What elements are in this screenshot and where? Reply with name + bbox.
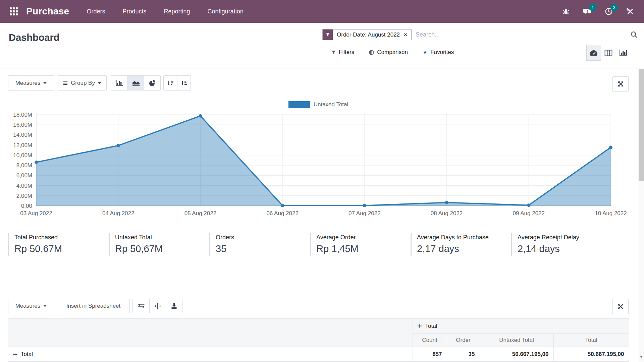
kpi-label: Total Purchased bbox=[14, 234, 105, 241]
kpi-label: Average Order bbox=[316, 234, 407, 241]
minus-icon[interactable] bbox=[13, 352, 17, 357]
comparison-menu[interactable]: Comparison bbox=[369, 49, 408, 56]
debug-bug-icon[interactable] bbox=[561, 7, 570, 16]
pivot-value-count: 857 bbox=[413, 347, 447, 362]
messages-icon[interactable]: 1 bbox=[583, 7, 592, 16]
comparison-menu-label: Comparison bbox=[377, 49, 408, 56]
facet-remove-icon[interactable]: × bbox=[402, 29, 411, 40]
caret-down-icon bbox=[43, 82, 47, 84]
pivot-value-total: 50.667.195,00 bbox=[553, 347, 629, 362]
search-menus: Filters Comparison ★ Favorites bbox=[331, 49, 454, 56]
pivot-column-group-total[interactable]: Total bbox=[413, 319, 629, 334]
pivot-row-total[interactable]: Total bbox=[8, 347, 413, 362]
svg-text:8,00M: 8,00M bbox=[16, 162, 32, 169]
nav-item-configuration[interactable]: Configuration bbox=[208, 8, 244, 15]
search-icon[interactable] bbox=[631, 31, 638, 38]
legend-label: Untaxed Total bbox=[314, 101, 348, 108]
pivot-col-order[interactable]: Order bbox=[447, 334, 480, 347]
messages-badge: 1 bbox=[589, 4, 596, 11]
kpi-value: 2,17 days bbox=[417, 243, 508, 254]
tools-icon[interactable] bbox=[626, 7, 635, 16]
svg-text:4,00M: 4,00M bbox=[16, 183, 32, 189]
graph-group-by-button[interactable]: Group By bbox=[58, 75, 107, 90]
filters-menu-label: Filters bbox=[339, 49, 354, 56]
kpi-label: Average Days to Purchase bbox=[417, 234, 508, 241]
app-name[interactable]: Purchase bbox=[26, 6, 69, 17]
view-dashboard-gauge-icon[interactable] bbox=[586, 45, 601, 61]
activities-clock-icon[interactable]: 3 bbox=[604, 7, 613, 16]
flip-axis-icon[interactable] bbox=[133, 299, 149, 313]
svg-text:18,00M: 18,00M bbox=[13, 112, 32, 118]
scrollbar-down-arrow-icon[interactable] bbox=[640, 356, 643, 358]
caret-down-icon bbox=[43, 305, 47, 307]
kpi-label: Orders bbox=[216, 234, 307, 241]
favorites-menu-label: Favorites bbox=[430, 49, 454, 56]
filters-funnel-icon bbox=[331, 50, 336, 55]
sort-desc-icon[interactable] bbox=[164, 76, 177, 90]
svg-text:06 Aug 2022: 06 Aug 2022 bbox=[266, 210, 298, 217]
pivot-col-total[interactable]: Total bbox=[553, 334, 629, 347]
sort-group bbox=[163, 75, 191, 90]
graph-fullscreen-button[interactable] bbox=[612, 76, 629, 92]
sort-asc-icon[interactable] bbox=[177, 76, 191, 90]
chart-type-bar-icon[interactable] bbox=[111, 76, 127, 90]
chart-legend: Untaxed Total bbox=[8, 101, 629, 108]
kpi-value: Rp 50,67M bbox=[14, 243, 105, 254]
svg-text:6,00M: 6,00M bbox=[16, 172, 32, 179]
purchase-area-chart: 0,002,00M4,00M6,00M8,00M10,00M12,00M14,0… bbox=[8, 112, 629, 219]
plus-icon[interactable] bbox=[418, 324, 422, 328]
insert-in-spreadsheet-button[interactable]: Insert in Spreadsheet bbox=[57, 299, 130, 313]
search-input[interactable] bbox=[412, 31, 631, 38]
kpi-label: Untaxed Total bbox=[115, 234, 206, 241]
favorites-menu[interactable]: ★ Favorites bbox=[423, 49, 454, 56]
kpi-value: Rp 1,45M bbox=[316, 243, 407, 254]
graph-measures-button[interactable]: Measures bbox=[8, 75, 54, 90]
view-switcher bbox=[586, 45, 631, 61]
facet-label: Order Date: August 2022 bbox=[333, 29, 402, 40]
kpi-average-receipt-delay: Average Receipt Delay 2,14 days bbox=[511, 233, 612, 256]
view-pivot-grid-icon[interactable] bbox=[601, 45, 616, 61]
chart-type-pie-icon[interactable] bbox=[144, 76, 160, 90]
svg-text:12,00M: 12,00M bbox=[13, 142, 32, 148]
view-bar-chart-icon[interactable] bbox=[616, 45, 631, 61]
pivot-value-order: 35 bbox=[447, 347, 480, 362]
vertical-scrollbar[interactable] bbox=[638, 69, 644, 362]
comparison-half-circle-icon bbox=[369, 50, 374, 55]
favorites-star-icon: ★ bbox=[423, 50, 427, 55]
pivot-col-untaxed-total[interactable]: Untaxed Total bbox=[480, 334, 553, 347]
nav-item-orders[interactable]: Orders bbox=[87, 8, 105, 15]
nav-item-reporting[interactable]: Reporting bbox=[164, 8, 190, 15]
page-title: Dashboard bbox=[9, 32, 59, 43]
expand-all-icon[interactable] bbox=[149, 299, 166, 313]
kpi-value: 2,14 days bbox=[518, 243, 608, 254]
svg-text:10,00M: 10,00M bbox=[13, 152, 32, 159]
scrollbar-thumb[interactable] bbox=[639, 69, 644, 181]
pivot-col-count[interactable]: Count bbox=[413, 334, 447, 347]
kpi-untaxed-total: Untaxed Total Rp 50,67M bbox=[109, 233, 209, 256]
svg-text:2,00M: 2,00M bbox=[16, 193, 32, 199]
svg-text:04 Aug 2022: 04 Aug 2022 bbox=[102, 210, 134, 217]
svg-text:05 Aug 2022: 05 Aug 2022 bbox=[184, 210, 216, 217]
download-icon[interactable] bbox=[166, 299, 182, 313]
svg-text:09 Aug 2022: 09 Aug 2022 bbox=[513, 210, 545, 217]
kpi-orders: Orders 35 bbox=[209, 233, 310, 256]
search-facet[interactable]: Order Date: August 2022 × bbox=[322, 29, 412, 40]
svg-text:08 Aug 2022: 08 Aug 2022 bbox=[431, 210, 463, 217]
graph-measures-label: Measures bbox=[15, 80, 41, 86]
kpi-row: Total Purchased Rp 50,67M Untaxed Total … bbox=[8, 233, 612, 256]
chart-type-area-icon[interactable] bbox=[127, 76, 144, 90]
legend-swatch bbox=[288, 101, 310, 108]
insert-in-spreadsheet-label: Insert in Spreadsheet bbox=[66, 303, 121, 309]
svg-text:10 Aug 2022: 10 Aug 2022 bbox=[595, 210, 627, 217]
kpi-value: 35 bbox=[216, 243, 307, 254]
pivot-fullscreen-button[interactable] bbox=[612, 299, 629, 314]
apps-grid-icon[interactable] bbox=[9, 7, 18, 16]
filters-menu[interactable]: Filters bbox=[331, 49, 354, 56]
activities-badge: 3 bbox=[610, 4, 618, 11]
caret-down-icon bbox=[98, 82, 101, 84]
pivot-measures-button[interactable]: Measures bbox=[8, 299, 54, 313]
svg-text:03 Aug 2022: 03 Aug 2022 bbox=[20, 210, 52, 217]
svg-text:0,00: 0,00 bbox=[21, 203, 32, 209]
main-menu: Orders Products Reporting Configuration bbox=[87, 8, 243, 15]
nav-item-products[interactable]: Products bbox=[122, 8, 146, 15]
